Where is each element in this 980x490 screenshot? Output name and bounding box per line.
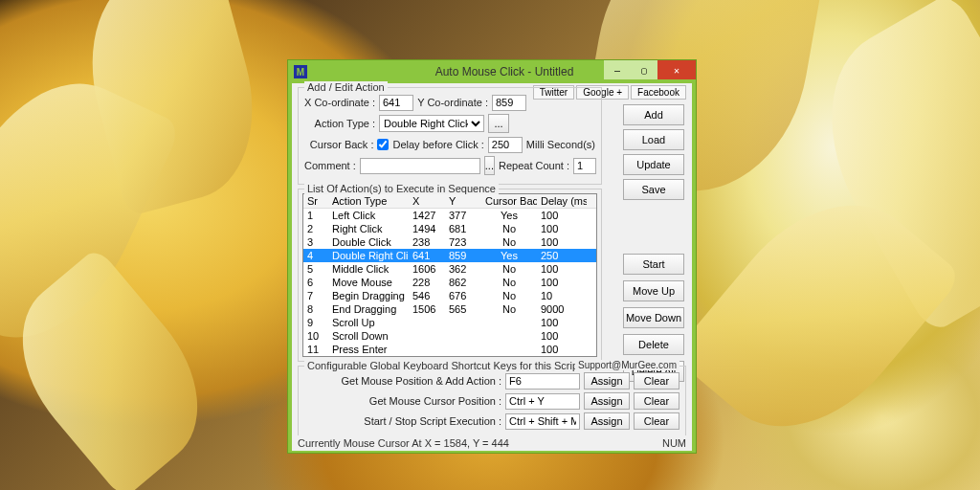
minimize-button[interactable]: — bbox=[604, 60, 631, 79]
maximize-button[interactable]: ▢ bbox=[631, 60, 657, 79]
status-bar: Currently Mouse Cursor At X = 1584, Y = … bbox=[292, 435, 692, 451]
action-type-label: Action Type : bbox=[304, 118, 375, 129]
add-edit-group: Add / Edit Action X Co-ordinate : Y Co-o… bbox=[298, 87, 602, 185]
app-icon: M bbox=[294, 65, 307, 78]
table-row[interactable]: 3Double Click238723No100 bbox=[303, 235, 596, 249]
shortcut-add-action-input[interactable] bbox=[505, 373, 580, 390]
table-row[interactable]: 11Press Enter100 bbox=[303, 343, 596, 356]
comment-label: Comment : bbox=[304, 160, 356, 171]
clear-button-1[interactable]: Clear bbox=[634, 372, 679, 390]
table-row[interactable]: 9Scroll Up100 bbox=[303, 316, 596, 329]
close-button[interactable]: ✕ bbox=[657, 60, 696, 79]
shortcuts-group: Configurable Global Keyboard Shortcut Ke… bbox=[298, 366, 686, 439]
table-row[interactable]: 1Left Click1427377Yes100 bbox=[303, 209, 596, 222]
x-coord-input[interactable] bbox=[379, 95, 413, 111]
shortcut-start-stop-label: Start / Stop Script Execution : bbox=[339, 415, 501, 427]
cursor-back-label: Cursor Back : bbox=[304, 139, 373, 150]
app-window: M Auto Mouse Click - Untitled — ▢ ✕ Twit… bbox=[287, 59, 697, 454]
shortcut-start-stop-input[interactable] bbox=[505, 413, 580, 430]
load-button[interactable]: Load bbox=[623, 129, 684, 150]
table-row[interactable]: 6Move Mouse228862No100 bbox=[303, 276, 596, 289]
shortcut-cursor-pos-input[interactable] bbox=[505, 393, 580, 410]
table-row[interactable]: 7Begin Dragging546676No10 bbox=[303, 289, 596, 302]
table-row[interactable]: 4Double Right Click641859Yes250 bbox=[303, 249, 596, 262]
repeat-count-input[interactable] bbox=[573, 158, 596, 174]
clear-button-3[interactable]: Clear bbox=[634, 412, 679, 430]
status-numlock: NUM bbox=[662, 437, 686, 449]
status-cursor-pos: Currently Mouse Cursor At X = 1584, Y = … bbox=[298, 437, 509, 449]
save-button[interactable]: Save bbox=[623, 179, 684, 200]
cursor-back-checkbox[interactable] bbox=[377, 139, 389, 150]
delay-label: Delay before Click : bbox=[392, 139, 483, 150]
facebook-link[interactable]: Facebook bbox=[631, 85, 686, 100]
start-button[interactable]: Start bbox=[623, 254, 684, 275]
titlebar[interactable]: M Auto Mouse Click - Untitled — ▢ ✕ bbox=[288, 60, 696, 83]
delay-unit-label: Milli Second(s) bbox=[526, 139, 595, 150]
add-button[interactable]: Add bbox=[623, 104, 684, 125]
assign-button-3[interactable]: Assign bbox=[584, 412, 630, 430]
action-type-more-button[interactable]: ... bbox=[488, 114, 509, 133]
add-edit-title: Add / Edit Action bbox=[304, 81, 388, 93]
delay-input[interactable] bbox=[488, 137, 523, 153]
comment-input[interactable] bbox=[360, 158, 480, 174]
action-type-select[interactable]: Double Right Click bbox=[379, 115, 484, 132]
table-row[interactable]: 8End Dragging1506565No9000 bbox=[303, 302, 596, 316]
clear-button-2[interactable]: Clear bbox=[634, 392, 679, 410]
repeat-count-label: Repeat Count : bbox=[499, 160, 569, 171]
move-up-button[interactable]: Move Up bbox=[623, 280, 684, 301]
shortcuts-title: Configurable Global Keyboard Shortcut Ke… bbox=[304, 360, 584, 371]
action-table[interactable]: Sr Action Type X Y Cursor Back Delay (ms… bbox=[302, 193, 597, 357]
action-list-group: List Of Action(s) to Execute in Sequence… bbox=[298, 189, 602, 362]
assign-button-2[interactable]: Assign bbox=[584, 392, 630, 410]
assign-button-1[interactable]: Assign bbox=[584, 372, 630, 390]
support-email[interactable]: Support@MurGee.com bbox=[575, 360, 679, 370]
update-button[interactable]: Update bbox=[623, 154, 684, 175]
action-list-title: List Of Action(s) to Execute in Sequence bbox=[304, 183, 499, 194]
comment-more-button[interactable]: ... bbox=[484, 156, 495, 175]
move-down-button[interactable]: Move Down bbox=[623, 307, 684, 328]
client-area: Twitter Google + Facebook Add Load Updat… bbox=[292, 83, 692, 449]
table-row[interactable]: 5Middle Click1606362No100 bbox=[303, 262, 596, 276]
y-coord-label: Y Co-ordinate : bbox=[417, 97, 488, 108]
x-coord-label: X Co-ordinate : bbox=[304, 97, 375, 108]
table-row[interactable]: 2Right Click1494681No100 bbox=[303, 222, 596, 235]
table-row[interactable]: 10Scroll Down100 bbox=[303, 329, 596, 343]
delete-button[interactable]: Delete bbox=[623, 334, 684, 355]
y-coord-input[interactable] bbox=[492, 95, 526, 111]
table-header: Sr Action Type X Y Cursor Back Delay (ms… bbox=[303, 194, 596, 209]
shortcut-add-action-label: Get Mouse Position & Add Action : bbox=[339, 375, 501, 387]
shortcut-cursor-pos-label: Get Mouse Cursor Position : bbox=[339, 395, 501, 407]
